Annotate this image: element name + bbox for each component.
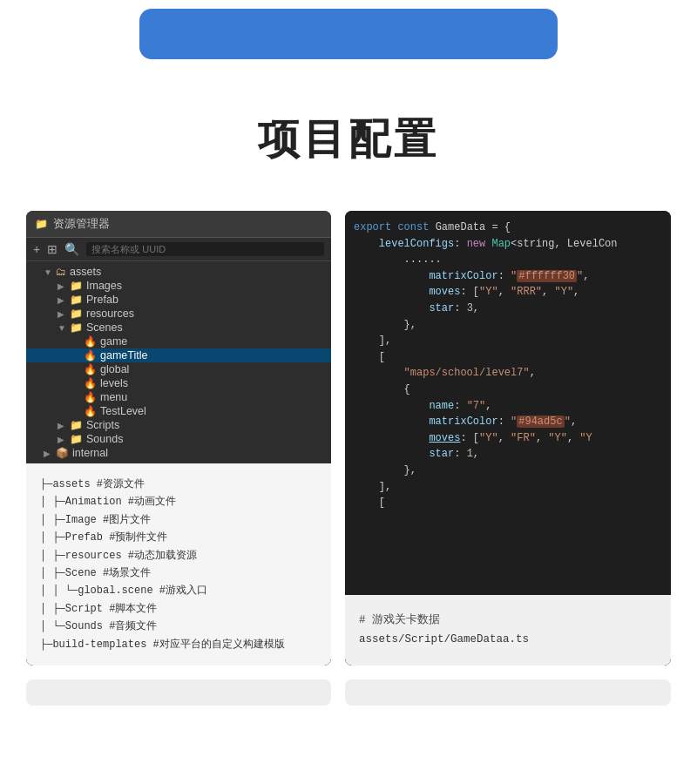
code-content-13: matrixColor: "#94ad5c", — [354, 414, 577, 430]
expand-arrow-scenes: ▼ — [58, 323, 70, 333]
code-line-14: moves: ["Y", "FR", "Y", "Y — [345, 430, 671, 447]
code-content-5: moves: ["Y", "RRR", "Y", — [354, 284, 579, 301]
code-content-12: name: "7", — [354, 398, 491, 415]
tree-item-resources[interactable]: ▶ 📁 resources — [26, 307, 331, 321]
tree-item-internal[interactable]: ▶ 📦 internal — [26, 446, 331, 460]
code-content-17: ], — [354, 479, 391, 496]
tree-item-sounds[interactable]: ▶ 📁 Sounds — [26, 432, 331, 446]
tree-item-menu[interactable]: 🔥 menu — [26, 390, 331, 404]
code-line-1: export const GameData = { — [345, 220, 671, 236]
tree-label-assets: assets — [70, 266, 101, 278]
code-content-14: moves: ["Y", "FR", "Y", "Y — [354, 430, 592, 447]
panel-header-title: 资源管理器 — [53, 216, 110, 232]
code-content-3: ...... — [354, 252, 442, 268]
tree-label-menu: menu — [100, 391, 127, 403]
folder-icon-scripts: 📁 — [70, 419, 83, 431]
code-content-18: [ — [354, 495, 385, 511]
tree-label-sounds: Sounds — [86, 433, 123, 445]
code-content-11: { — [354, 382, 410, 398]
code-line-16: }, — [345, 463, 671, 479]
tree-label-scenes: Scenes — [86, 321, 123, 334]
tree-label-internal: internal — [72, 447, 108, 459]
folder-icon-internal: 📦 — [56, 447, 69, 459]
code-line-9: [ — [345, 349, 671, 366]
tree-item-global[interactable]: 🔥 global — [26, 362, 331, 376]
expand-arrow-scripts: ▶ — [58, 421, 70, 430]
folder-icon-resources: 📁 — [70, 308, 83, 320]
folder-icon-prefab: 📁 — [70, 294, 83, 306]
code-line-7: }, — [345, 317, 671, 334]
code-content-8: ], — [354, 333, 391, 349]
code-line-15: star: 1, — [345, 446, 671, 463]
tree-item-gameTitle[interactable]: 🔥 gameTitle — [26, 348, 331, 362]
code-line-10: "maps/school/level7", — [345, 365, 671, 382]
add-folder-button[interactable]: ⊞ — [47, 242, 58, 256]
code-note-comment: # 游戏关卡数据 — [359, 611, 657, 631]
note-line-5: │ ├─resources #动态加载资源 — [40, 547, 317, 564]
note-line-7: │ │ └─global.scene #游戏入口 — [40, 582, 317, 599]
toolbar-row: + ⊞ 🔍 — [26, 238, 331, 261]
folder-icon-images: 📁 — [70, 280, 83, 292]
code-line-12: name: "7", — [345, 398, 671, 415]
tree-item-prefab[interactable]: ▶ 📁 Prefab — [26, 293, 331, 307]
tree-item-testlevel[interactable]: 🔥 TestLevel — [26, 404, 331, 418]
code-content-16: }, — [354, 463, 416, 479]
code-line-17: ], — [345, 479, 671, 496]
tree-label-scripts: Scripts — [86, 419, 119, 431]
tree-label-game: game — [100, 335, 127, 348]
code-content-1: export const GameData = { — [354, 220, 511, 236]
scene-icon-game: 🔥 — [84, 335, 97, 348]
tree-label-images: Images — [86, 280, 122, 292]
note-line-10: ├─build-templates #对应平台的自定义构建模版 — [40, 636, 317, 653]
note-line-4: │ ├─Prefab #预制件文件 — [40, 529, 317, 546]
expand-arrow-prefab: ▶ — [58, 295, 70, 305]
scene-icon-menu: 🔥 — [84, 391, 97, 403]
file-explorer-panel: 📁 资源管理器 + ⊞ 🔍 ▼ 🗂 assets ▶ 📁 Images — [26, 211, 331, 666]
note-line-9: │ └─Sounds #音频文件 — [40, 618, 317, 635]
tree-item-images[interactable]: ▶ 📁 Images — [26, 279, 331, 293]
add-file-button[interactable]: + — [33, 242, 40, 256]
code-line-2: levelConfigs: new Map<string, LevelCon — [345, 236, 671, 253]
code-line-6: star: 3, — [345, 301, 671, 317]
page-title: 项目配置 — [0, 112, 697, 167]
tree-label-prefab: Prefab — [86, 294, 118, 306]
code-line-13: matrixColor: "#94ad5c", — [345, 414, 671, 430]
code-line-8: ], — [345, 333, 671, 349]
code-line-11: { — [345, 382, 671, 398]
tree-item-game[interactable]: 🔥 game — [26, 335, 331, 348]
file-tree: ▼ 🗂 assets ▶ 📁 Images ▶ 📁 Prefab ▶ 📁 res… — [26, 261, 331, 463]
search-input[interactable] — [86, 242, 324, 256]
expand-arrow-internal: ▶ — [44, 449, 56, 458]
tree-item-scripts[interactable]: ▶ 📁 Scripts — [26, 418, 331, 432]
note-line-2: │ ├─Animation #动画文件 — [40, 493, 317, 510]
code-panel: export const GameData = { levelConfigs: … — [345, 211, 671, 666]
expand-arrow-sounds: ▶ — [58, 435, 70, 444]
code-notes: ├─assets #资源文件 │ ├─Animation #动画文件 │ ├─I… — [26, 463, 331, 666]
tree-label-levels: levels — [100, 377, 128, 389]
bottom-left-placeholder — [26, 679, 331, 706]
code-line-4: matrixColor: "#ffffff30", — [345, 268, 671, 285]
note-line-8: │ ├─Script #脚本文件 — [40, 600, 317, 618]
expand-arrow-resources: ▶ — [58, 309, 70, 319]
code-content-2: levelConfigs: new Map<string, LevelCon — [354, 236, 617, 253]
code-line-18: [ — [345, 495, 671, 511]
folder-icon-sounds: 📁 — [70, 433, 83, 445]
code-content-9: [ — [354, 349, 385, 366]
search-icon: 🔍 — [64, 242, 79, 256]
top-card-area — [0, 0, 697, 59]
code-editor-area: export const GameData = { levelConfigs: … — [345, 211, 671, 595]
note-line-6: │ ├─Scene #场景文件 — [40, 564, 317, 582]
folder-icon-assets: 🗂 — [56, 266, 66, 278]
code-content-10: "maps/school/level7", — [354, 365, 536, 382]
blue-card — [139, 9, 558, 59]
scene-icon-global: 🔥 — [84, 363, 97, 375]
tree-item-scenes[interactable]: ▼ 📁 Scenes — [26, 321, 331, 335]
code-content-7: }, — [354, 317, 416, 334]
tree-label-global: global — [100, 363, 129, 375]
tree-item-levels[interactable]: 🔥 levels — [26, 376, 331, 390]
tree-item-assets[interactable]: ▼ 🗂 assets — [26, 265, 331, 279]
tree-label-resources: resources — [86, 308, 134, 320]
code-content-6: star: 3, — [354, 301, 479, 317]
folder-icon-header: 📁 — [35, 218, 48, 230]
scene-icon-gameTitle: 🔥 — [84, 349, 97, 362]
